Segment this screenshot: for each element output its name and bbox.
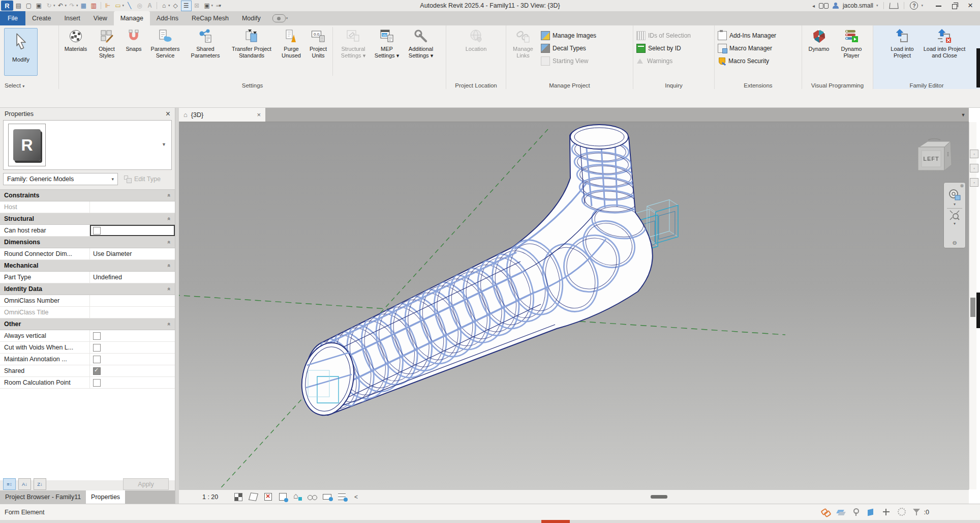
help-caret-icon[interactable]: ▾ xyxy=(921,4,923,8)
ribbon-button-macro-security[interactable]: Macro Security xyxy=(716,54,778,67)
section-mechanical[interactable]: Mechanical« xyxy=(0,260,175,272)
can-host-rebar-checkbox[interactable] xyxy=(93,227,101,235)
ribbon-button-add-ins-manager[interactable]: Add-Ins Manager xyxy=(716,29,778,42)
vertical-scrollbar[interactable]: ◦ ◦ ◦ xyxy=(969,122,976,489)
shared-value[interactable] xyxy=(90,365,175,376)
export-icon[interactable]: ▥ xyxy=(89,1,99,11)
select-elements-by-face-icon[interactable] xyxy=(867,508,876,517)
ribbon-button-snaps[interactable]: Snaps xyxy=(122,25,145,52)
ribbon-button-materials[interactable]: Materials xyxy=(60,25,91,52)
save-icon[interactable]: ▣ xyxy=(34,1,44,11)
temporary-view-properties-icon[interactable] xyxy=(336,492,347,502)
close-button[interactable] xyxy=(968,2,975,9)
interface-icon[interactable]: ▤ xyxy=(14,1,23,11)
undo-caret-icon[interactable]: ▾ xyxy=(65,4,67,8)
view-tab-close-icon[interactable]: × xyxy=(257,111,261,119)
always-vertical-checkbox[interactable] xyxy=(93,332,101,340)
ribbon-button-shared-parameters[interactable]: Shared Parameters xyxy=(185,25,226,59)
collapse-chevron-icon[interactable]: « xyxy=(166,323,172,326)
part-type-value[interactable]: Undefined xyxy=(90,272,175,283)
tab-create[interactable]: Create xyxy=(25,11,58,25)
section-icon[interactable]: ◇ xyxy=(171,1,180,11)
section-identity-data[interactable]: Identity Data« xyxy=(0,283,175,295)
always-vertical-value[interactable] xyxy=(90,330,175,341)
signed-in-user[interactable]: jacob.small xyxy=(843,2,873,9)
horizontal-scrollbar-thumb[interactable] xyxy=(651,495,667,499)
ribbon-button-load-into-project[interactable]: Load into Project xyxy=(884,25,920,59)
scrollbar-tool-wheel-icon[interactable]: ◦ xyxy=(970,150,978,158)
wheel-caret-icon[interactable]: ▾ xyxy=(954,202,956,207)
ribbon-button-macro-manager[interactable]: Macro Manager xyxy=(716,42,778,54)
scrollbar-tool-pan-icon[interactable]: ◦ xyxy=(970,178,978,187)
type-selector-caret-icon[interactable]: ▼ xyxy=(162,142,166,147)
properties-close-icon[interactable] xyxy=(166,109,170,119)
user-menu-caret-icon[interactable]: ▾ xyxy=(876,4,878,8)
sort-ascending-button[interactable]: A↓ xyxy=(18,478,31,490)
3d-view-caret-icon[interactable]: ▾ xyxy=(168,4,170,8)
shared-checkbox[interactable] xyxy=(93,367,101,375)
palette-splitter[interactable] xyxy=(175,108,179,504)
tab-manage[interactable]: Manage xyxy=(114,11,150,25)
model-viewport[interactable]: LEFT ⊗ ▾ ▾ ⊖ xyxy=(179,122,969,489)
thin-lines-icon[interactable]: ☰ xyxy=(181,1,192,11)
collapse-chevron-icon[interactable]: « xyxy=(166,264,172,267)
detail-line-icon[interactable]: ╲ xyxy=(125,1,134,11)
maintain-annotation-value[interactable] xyxy=(90,354,175,365)
default-3d-view-icon[interactable]: ⌂ xyxy=(159,1,169,11)
scrollbar-tool-zoom-icon[interactable]: ◦ xyxy=(970,164,978,172)
viewcube[interactable]: LEFT xyxy=(914,138,955,177)
collapse-chevron-icon[interactable]: « xyxy=(166,217,172,220)
section-other[interactable]: Other« xyxy=(0,318,175,330)
select-pinned-elements-icon[interactable] xyxy=(852,508,861,517)
ribbon-cycle-icon[interactable] xyxy=(272,14,286,22)
undo-icon[interactable]: ↶ xyxy=(56,1,66,11)
tab-properties[interactable]: Properties xyxy=(86,490,125,504)
drag-elements-on-selection-icon[interactable] xyxy=(882,508,892,517)
ribbon-button-parameters-service[interactable]: Parameters Service xyxy=(145,25,185,59)
view-scale-button[interactable]: 1 : 20 xyxy=(202,493,229,501)
cut-with-voids-checkbox[interactable] xyxy=(93,344,101,352)
tab-file[interactable]: File xyxy=(0,11,25,25)
panel-caption-select[interactable]: Select ▾ xyxy=(0,82,63,89)
room-calculation-point-value[interactable] xyxy=(90,377,175,388)
tab-insert[interactable]: Insert xyxy=(58,11,87,25)
select-underlay-elements-icon[interactable] xyxy=(837,508,846,517)
switch-windows-icon[interactable]: ▣ xyxy=(202,1,212,11)
revit-app-button[interactable]: R xyxy=(1,1,13,11)
tab-add-ins[interactable]: Add-Ins xyxy=(150,11,185,25)
aligned-dimension-icon[interactable]: ▭ xyxy=(113,1,123,11)
view-bar-collapse-icon[interactable]: < xyxy=(354,493,358,501)
minimize-button[interactable] xyxy=(935,2,942,9)
customize-quick-access-icon[interactable]: ═▾ xyxy=(213,1,223,11)
ribbon-button-dynamo[interactable]: Dynamo xyxy=(803,25,835,52)
reveal-hidden-elements-icon[interactable] xyxy=(322,492,332,502)
section-constraints[interactable]: Constraints« xyxy=(0,190,175,201)
family-select[interactable]: Family: Generic Models ▾ xyxy=(3,173,118,185)
view-tab-list-caret-icon[interactable]: ▼ xyxy=(958,108,969,122)
open-icon[interactable]: ▢ xyxy=(24,1,34,11)
zoom-icon[interactable] xyxy=(949,210,960,221)
navbar-close-icon[interactable]: ⊗ xyxy=(960,183,964,188)
omniclass-number-value[interactable] xyxy=(90,295,175,306)
restore-button[interactable] xyxy=(952,2,959,9)
navbar-collapse-icon[interactable]: ⊖ xyxy=(952,240,957,246)
detail-level-icon[interactable] xyxy=(233,492,243,502)
measure-icon[interactable]: ⊩ xyxy=(103,1,113,11)
zoom-caret-icon[interactable]: ▾ xyxy=(954,221,956,226)
tab-recap-mesh[interactable]: ReCap Mesh xyxy=(185,11,235,25)
section-structural[interactable]: Structural« xyxy=(0,213,175,225)
steering-wheel-icon[interactable] xyxy=(948,188,961,201)
ribbon-display-toggle[interactable]: ▾ xyxy=(272,11,288,25)
ribbon-button-load-into-project-and-close[interactable]: Load into Project and Close xyxy=(920,25,969,59)
search-icon[interactable] xyxy=(819,3,829,9)
tab-project-browser[interactable]: Project Browser - Family11 xyxy=(0,490,86,504)
cut-with-voids-value[interactable] xyxy=(90,342,175,353)
filter-icon[interactable] xyxy=(913,508,922,517)
ribbon-cycle-caret-icon[interactable]: ▾ xyxy=(286,16,288,20)
sort-descending-button[interactable]: Z↓ xyxy=(34,478,46,490)
modify-button[interactable]: Modify xyxy=(4,28,38,76)
collapse-chevron-icon[interactable]: « xyxy=(166,241,172,244)
properties-title-bar[interactable]: Properties xyxy=(0,108,175,120)
select-links-icon[interactable] xyxy=(821,508,831,517)
show-crop-region-icon[interactable] xyxy=(278,492,288,502)
